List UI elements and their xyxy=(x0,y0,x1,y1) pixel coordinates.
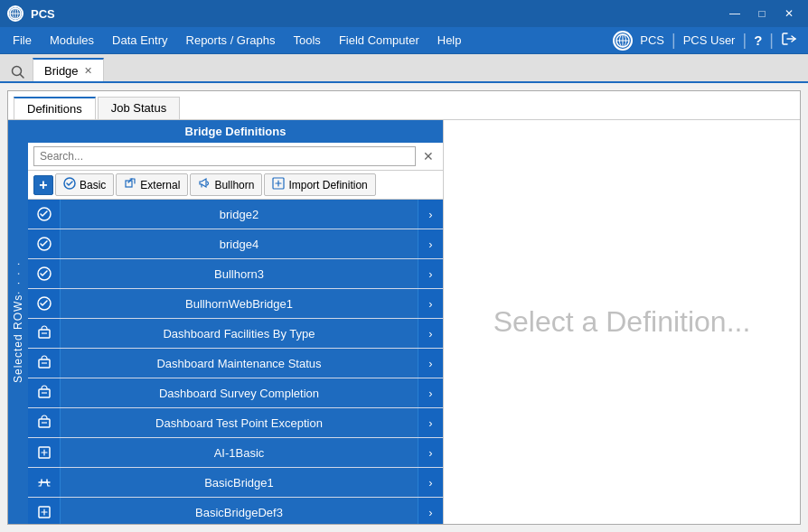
basic-button[interactable]: Basic xyxy=(55,173,114,196)
basic-label: Basic xyxy=(80,179,106,191)
list-item[interactable]: BasicBridge1 › xyxy=(28,468,443,498)
item-icon-bridge2 xyxy=(28,200,61,229)
item-arrow-dashboard-facilities: › xyxy=(418,319,443,348)
list-item[interactable]: BullhornWebBridge1 › xyxy=(28,289,443,319)
menu-bar: File Modules Data Entry Reports / Graphs… xyxy=(0,27,808,54)
left-panel: Bridge Definitions ✕ + xyxy=(28,120,444,524)
svg-line-10 xyxy=(21,75,24,79)
item-icon-bullhorn3 xyxy=(28,259,61,288)
menu-data-entry[interactable]: Data Entry xyxy=(103,30,176,51)
app-icon xyxy=(7,5,23,22)
window-controls: — □ ✕ xyxy=(723,5,801,23)
tab-definitions[interactable]: Definitions xyxy=(14,97,96,119)
logout-button[interactable] xyxy=(781,31,797,51)
tab-bridge-label: Bridge xyxy=(44,64,79,78)
minimize-button[interactable]: — xyxy=(723,5,747,23)
item-arrow-bullhornwebridge1: › xyxy=(418,289,443,318)
bullhorn-icon xyxy=(198,177,211,192)
item-icon-bullhornwebridge1 xyxy=(28,289,61,318)
add-button[interactable]: + xyxy=(33,175,53,195)
external-button[interactable]: External xyxy=(116,173,188,196)
item-label-ai1basic: AI-1Basic xyxy=(61,441,418,465)
tab-close-icon[interactable]: ✕ xyxy=(84,65,92,77)
selected-rows-label: Selected ROWs xyxy=(12,294,24,383)
list-item[interactable]: Dashboard Test Point Exception › xyxy=(28,408,443,438)
item-label-dashboard-facilities: Dashboard Facilities By Type xyxy=(61,322,418,346)
item-label-dashboard-survey: Dashboard Survey Completion xyxy=(61,381,418,406)
list-item[interactable]: Bullhorn3 › xyxy=(28,259,443,289)
main-split: Selected ROWs · · · · Bridge Definitions… xyxy=(8,120,800,524)
menu-field-computer[interactable]: Field Computer xyxy=(330,30,428,51)
item-icon-bridge4 xyxy=(28,229,61,258)
search-input[interactable] xyxy=(33,146,416,166)
help-button[interactable]: ? xyxy=(754,33,762,48)
item-icon-basicbridgedef3 xyxy=(28,498,61,524)
item-arrow-bullhorn3: › xyxy=(418,259,443,288)
item-label-basicbridgedef3: BasicBridgeDef3 xyxy=(61,500,418,525)
tab-job-status[interactable]: Job Status xyxy=(98,97,180,119)
item-arrow-bridge2: › xyxy=(418,200,443,229)
menu-help[interactable]: Help xyxy=(428,30,471,51)
menu-tools[interactable]: Tools xyxy=(285,30,330,51)
item-arrow-dashboard-survey: › xyxy=(418,378,443,407)
item-icon-basicbridge1 xyxy=(28,468,61,497)
item-label-bridge2: bridge2 xyxy=(61,202,418,227)
bullhorn-button[interactable]: Bullhorn xyxy=(190,173,262,196)
item-icon-dashboard-maintenance xyxy=(28,349,61,378)
menu-reports-graphs[interactable]: Reports / Graphs xyxy=(177,30,285,51)
external-label: External xyxy=(140,179,180,191)
maximize-button[interactable]: □ xyxy=(750,5,774,23)
item-arrow-dashboard-maintenance: › xyxy=(418,349,443,378)
search-bar: ✕ xyxy=(28,143,443,171)
item-label-basicbridge1: BasicBridge1 xyxy=(61,471,418,495)
item-label-bullhornwebridge1: BullhornWebBridge1 xyxy=(61,292,418,316)
separator-1: | xyxy=(672,31,676,50)
tab-bar: Bridge ✕ xyxy=(0,54,808,83)
list-item[interactable]: BasicBridgeDef3 › xyxy=(28,498,443,524)
app-label: PCS xyxy=(640,33,664,47)
item-icon-dashboard-facilities xyxy=(28,319,61,348)
item-label-dashboard-maintenance: Dashboard Maintenance Status xyxy=(61,351,418,376)
import-icon xyxy=(272,177,285,192)
search-icon-bar[interactable] xyxy=(4,65,33,81)
select-definition-text: Select a Definition... xyxy=(493,305,751,339)
basic-icon xyxy=(63,177,76,192)
item-label-bullhorn3: Bullhorn3 xyxy=(61,262,418,286)
app-title: PCS xyxy=(31,7,55,21)
inner-tabs: Definitions Job Status xyxy=(8,91,800,120)
list-item[interactable]: Dashboard Maintenance Status › xyxy=(28,349,443,378)
item-icon-dashboard-survey xyxy=(28,378,61,407)
item-arrow-ai1basic: › xyxy=(418,438,443,467)
item-arrow-basicbridgedef3: › xyxy=(418,498,443,524)
item-label-bridge4: bridge4 xyxy=(61,232,418,257)
bullhorn-label: Bullhorn xyxy=(214,179,254,191)
right-panel: Select a Definition... xyxy=(444,120,800,524)
add-icon: + xyxy=(39,177,47,193)
selected-rows-sidebar[interactable]: Selected ROWs · · · · xyxy=(8,120,28,524)
content-area: Definitions Job Status Selected ROWs · ·… xyxy=(7,90,801,525)
separator-3: | xyxy=(769,31,774,50)
tab-bridge[interactable]: Bridge ✕ xyxy=(33,58,104,81)
close-button[interactable]: ✕ xyxy=(777,5,801,23)
menu-file[interactable]: File xyxy=(4,30,41,51)
item-arrow-bridge4: › xyxy=(418,229,443,258)
list-item[interactable]: bridge2 › xyxy=(28,200,443,229)
title-bar: PCS — □ ✕ xyxy=(0,0,808,27)
import-definition-label: Import Definition xyxy=(288,179,367,191)
item-icon-dashboard-testpoint xyxy=(28,408,61,437)
item-arrow-dashboard-testpoint: › xyxy=(418,408,443,437)
menu-modules[interactable]: Modules xyxy=(41,30,103,51)
list-item[interactable]: bridge4 › xyxy=(28,229,443,259)
search-clear-icon[interactable]: ✕ xyxy=(419,149,437,163)
menu-bar-right: PCS | PCS User | ? | xyxy=(613,31,804,51)
import-definition-button[interactable]: Import Definition xyxy=(264,173,375,196)
item-icon-ai1basic xyxy=(28,438,61,467)
list-area: bridge2 › bridge4 › xyxy=(28,200,443,524)
list-item[interactable]: AI-1Basic › xyxy=(28,438,443,468)
item-arrow-basicbridge1: › xyxy=(418,468,443,497)
globe-icon xyxy=(613,31,633,51)
list-item[interactable]: Dashboard Survey Completion › xyxy=(28,378,443,408)
title-bar-left: PCS xyxy=(7,5,55,22)
toolbar: + Basic xyxy=(28,171,443,200)
list-item[interactable]: Dashboard Facilities By Type › xyxy=(28,319,443,349)
